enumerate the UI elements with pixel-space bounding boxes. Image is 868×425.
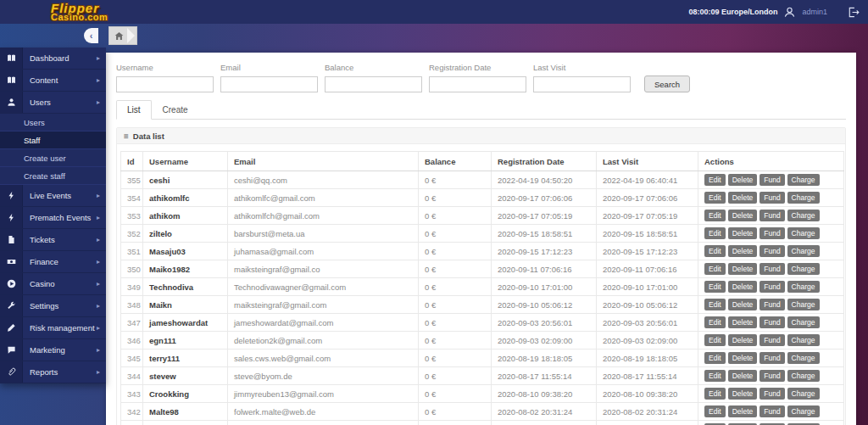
sidebar-item-reports[interactable]: Reports▸	[0, 361, 106, 383]
edit-button[interactable]: Edit	[704, 388, 726, 400]
fund-button[interactable]: Fund	[760, 210, 784, 221]
fund-button[interactable]: Fund	[760, 192, 784, 204]
fund-button[interactable]: Fund	[760, 245, 784, 257]
sidebar-item-finance[interactable]: Finance▸	[0, 251, 106, 273]
edit-button[interactable]: Edit	[704, 174, 726, 186]
charge-button[interactable]: Charge	[787, 192, 820, 204]
cell-id: 354	[121, 189, 143, 207]
sidebar-item-tickets[interactable]: Tickets▸	[0, 229, 106, 251]
sidebar-item-live-events[interactable]: Live Events▸	[0, 185, 106, 207]
registration-date-input[interactable]	[429, 76, 526, 92]
edit-button[interactable]: Edit	[704, 316, 726, 328]
delete-button[interactable]: Delete	[728, 263, 758, 275]
edit-button[interactable]: Edit	[704, 370, 726, 382]
delete-button[interactable]: Delete	[728, 281, 758, 293]
book-icon-cell	[0, 48, 23, 69]
delete-button[interactable]: Delete	[728, 227, 758, 239]
delete-button[interactable]: Delete	[728, 245, 758, 257]
delete-button[interactable]: Delete	[728, 210, 758, 221]
search-button[interactable]: Search	[644, 75, 690, 92]
filter-field-last-visit: Last Visit	[533, 63, 634, 92]
cell-registration-date: 2020-09-03 20:56:01	[492, 314, 597, 332]
charge-button[interactable]: Charge	[787, 334, 820, 346]
balance-input[interactable]	[325, 76, 422, 92]
sidebar-item-marketing[interactable]: Marketing▸	[0, 339, 106, 361]
sidebar-collapse-button[interactable]: ‹	[84, 28, 98, 43]
fund-button[interactable]: Fund	[760, 388, 784, 400]
table-header-row: IdUsernameEmailBalanceRegistration DateL…	[121, 152, 844, 171]
fund-button[interactable]: Fund	[760, 370, 784, 382]
pen-icon-cell	[0, 317, 23, 338]
logged-in-username[interactable]: admin1	[802, 8, 827, 16]
sidebar-subitem-staff[interactable]: Staff	[0, 131, 106, 149]
column-header-balance: Balance	[419, 152, 492, 171]
tab-create[interactable]: Create	[152, 100, 199, 120]
last-visit-input[interactable]	[533, 76, 631, 92]
brand-logo[interactable]: Flipper Casino.com	[51, 2, 108, 22]
charge-button[interactable]: Charge	[787, 388, 820, 400]
charge-button[interactable]: Charge	[787, 316, 820, 328]
edit-button[interactable]: Edit	[704, 352, 726, 364]
delete-button[interactable]: Delete	[728, 352, 758, 364]
delete-button[interactable]: Delete	[728, 334, 758, 346]
fund-button[interactable]: Fund	[760, 281, 784, 293]
charge-button[interactable]: Charge	[787, 210, 820, 221]
charge-button[interactable]: Charge	[787, 245, 820, 257]
charge-button[interactable]: Charge	[787, 352, 820, 364]
sidebar-item-content[interactable]: Content▸	[0, 70, 106, 92]
sidebar-subitem-users[interactable]: Users	[0, 114, 106, 131]
charge-button[interactable]: Charge	[787, 174, 820, 186]
breadcrumb-home-button[interactable]	[108, 26, 137, 45]
delete-button[interactable]: Delete	[728, 388, 758, 400]
file-icon	[7, 235, 16, 244]
logout-door-icon[interactable]	[847, 6, 860, 19]
fund-button[interactable]: Fund	[760, 174, 784, 186]
charge-button[interactable]: Charge	[787, 227, 820, 239]
cell-balance: 0 €	[419, 421, 492, 425]
charge-button[interactable]: Charge	[787, 281, 820, 293]
sidebar-item-casino[interactable]: Casino▸	[0, 273, 106, 295]
cell-email: athikomlfc@gmail.com	[228, 189, 419, 207]
fund-button[interactable]: Fund	[760, 334, 784, 346]
charge-button[interactable]: Charge	[787, 263, 820, 275]
edit-button[interactable]: Edit	[704, 192, 726, 204]
username-input[interactable]	[116, 76, 214, 92]
fund-button[interactable]: Fund	[760, 352, 784, 364]
sidebar-item-prematch-events[interactable]: Prematch Events▸	[0, 207, 106, 229]
column-header-id: Id	[121, 152, 143, 171]
delete-button[interactable]: Delete	[728, 405, 758, 417]
edit-button[interactable]: Edit	[704, 299, 726, 310]
edit-button[interactable]: Edit	[704, 210, 726, 221]
delete-button[interactable]: Delete	[728, 299, 758, 310]
sidebar-item-settings[interactable]: Settings▸	[0, 295, 106, 317]
cell-registration-date: 2020-08-17 11:55:14	[492, 367, 597, 385]
sidebar-subitem-create-user[interactable]: Create user	[0, 149, 106, 167]
tab-list[interactable]: List	[116, 100, 152, 120]
delete-button[interactable]: Delete	[728, 192, 758, 204]
edit-button[interactable]: Edit	[704, 245, 726, 257]
edit-button[interactable]: Edit	[704, 263, 726, 275]
cell-registration-date: 2020-09-17 07:06:06	[492, 189, 597, 207]
cell-balance: 0 €	[419, 332, 492, 350]
delete-button[interactable]: Delete	[728, 370, 758, 382]
edit-button[interactable]: Edit	[704, 227, 726, 239]
edit-button[interactable]: Edit	[704, 334, 726, 346]
fund-button[interactable]: Fund	[760, 316, 784, 328]
fund-button[interactable]: Fund	[760, 227, 784, 239]
email-input[interactable]	[220, 76, 318, 92]
sidebar-item-risk-management[interactable]: Risk management▸	[0, 317, 106, 339]
delete-button[interactable]: Delete	[728, 174, 758, 186]
charge-button[interactable]: Charge	[787, 299, 820, 310]
charge-button[interactable]: Charge	[787, 370, 820, 382]
edit-button[interactable]: Edit	[704, 405, 726, 417]
edit-button[interactable]: Edit	[704, 281, 726, 293]
fund-button[interactable]: Fund	[760, 405, 784, 417]
fund-button[interactable]: Fund	[760, 263, 784, 275]
sidebar-item-dashboard[interactable]: Dashboard▸	[0, 48, 106, 70]
sidebar-item-users[interactable]: Users▸	[0, 92, 106, 114]
charge-button[interactable]: Charge	[787, 405, 820, 417]
sidebar-subitem-create-staff[interactable]: Create staff	[0, 167, 106, 185]
cell-email: barsburst@meta.ua	[228, 225, 419, 243]
fund-button[interactable]: Fund	[760, 299, 784, 310]
delete-button[interactable]: Delete	[728, 316, 758, 328]
